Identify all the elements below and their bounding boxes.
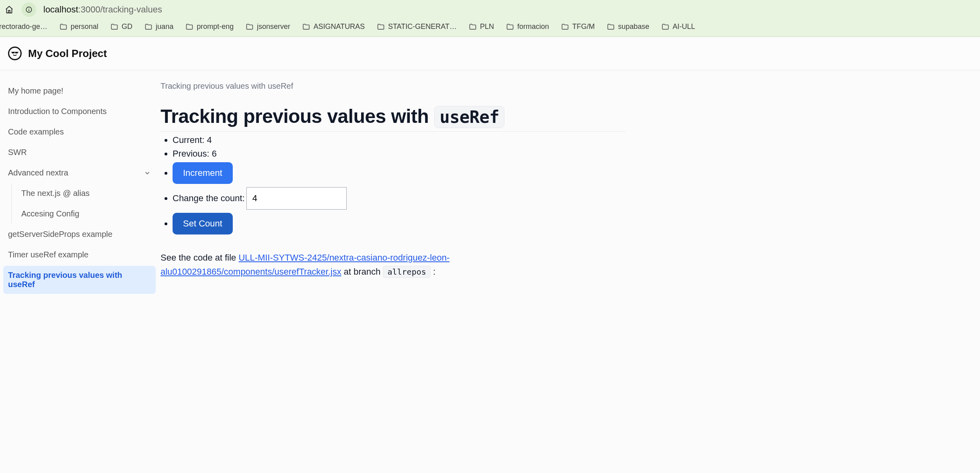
bookmark-label: ASIGNATURAS [313, 22, 365, 31]
increment-row: Increment [173, 162, 626, 184]
bookmark-label: GD [122, 22, 132, 31]
sidebar-item[interactable]: Advanced nextra [3, 163, 156, 182]
folder-icon [506, 23, 514, 31]
bookmark-label: supabase [618, 22, 649, 31]
set-count-row: Set Count [173, 213, 626, 234]
svg-point-2 [28, 8, 29, 9]
folder-icon [144, 23, 152, 31]
bookmark-label: PLN [480, 22, 494, 31]
sidebar-item-label: The next.js @ alias [21, 189, 89, 198]
folder-icon [561, 23, 569, 31]
site-info-icon[interactable] [22, 2, 36, 17]
bookmark-item[interactable]: ASIGNATURAS [302, 22, 365, 31]
sidebar-item[interactable]: Timer useRef example [3, 245, 156, 264]
demo-list: Current: 4 Previous: 6 Increment Change … [161, 135, 626, 234]
bookmark-item[interactable]: PLN [469, 22, 494, 31]
main-layout: My home page!Introduction to ComponentsC… [0, 70, 980, 307]
sidebar-item-label: getServerSideProps example [8, 230, 112, 239]
folder-icon [110, 23, 118, 31]
bookmark-item[interactable]: rectorado-ge… [0, 22, 47, 31]
bookmark-item[interactable]: TFG/M [561, 22, 595, 31]
bookmark-label: formacion [517, 22, 549, 31]
sidebar-item[interactable]: SWR [3, 143, 156, 162]
bookmark-label: rectorado-ge… [0, 22, 47, 31]
bookmark-label: personal [71, 22, 98, 31]
change-count-row: Change the count: [173, 187, 626, 210]
sidebar-item-label: Advanced nextra [8, 168, 68, 177]
breadcrumb: Tracking previous values with useRef [161, 82, 626, 91]
sidebar-item[interactable]: The next.js @ alias [13, 184, 156, 203]
url-text[interactable]: localhost:3000/tracking-values [43, 4, 162, 15]
see-code-prefix: See the code at file [161, 253, 238, 263]
bookmark-label: AI-ULL [673, 22, 695, 31]
current-row: Current: 4 [173, 135, 626, 145]
page-title-text: Tracking previous values with [161, 105, 429, 127]
previous-label: Previous: [173, 149, 209, 159]
sidebar-item[interactable]: Accesing Config [13, 204, 156, 223]
bookmark-label: prompt-eng [197, 22, 234, 31]
sidebar-item[interactable]: Introduction to Components [3, 102, 156, 121]
url-host: localhost [43, 4, 78, 14]
sidebar-item[interactable]: getServerSideProps example [3, 225, 156, 244]
bookmark-item[interactable]: GD [110, 22, 132, 31]
home-icon[interactable] [4, 4, 14, 15]
bookmark-label: TFG/M [572, 22, 595, 31]
sidebar-item-label: Accesing Config [21, 209, 79, 218]
sidebar-item-label: My home page! [8, 86, 63, 96]
see-code-tail: : [433, 267, 435, 277]
folder-icon [661, 23, 669, 31]
bookmark-item[interactable]: AI-ULL [661, 22, 695, 31]
bookmark-item[interactable]: juana [144, 22, 173, 31]
folder-icon [377, 23, 385, 31]
sidebar-item[interactable]: Tracking previous values with useRef [3, 266, 156, 294]
see-code-mid: at branch [344, 267, 383, 277]
sidebar-item[interactable]: My home page! [3, 82, 156, 100]
code-reference-paragraph: See the code at file ULL-MII-SYTWS-2425/… [161, 251, 626, 279]
current-label: Current: [173, 135, 204, 145]
bookmark-item[interactable]: formacion [506, 22, 549, 31]
bookmark-item[interactable]: prompt-eng [185, 22, 234, 31]
count-input[interactable] [246, 187, 347, 210]
sidebar-nav: My home page!Introduction to ComponentsC… [0, 70, 161, 307]
branch-code: allrepos [383, 266, 430, 278]
url-path: :3000/tracking-values [78, 4, 162, 14]
sidebar-item-label: Tracking previous values with useRef [8, 271, 151, 289]
bookmark-item[interactable]: STATIC-GENERAT… [377, 22, 457, 31]
increment-button[interactable]: Increment [173, 162, 233, 184]
sidebar-subnav: The next.js @ aliasAccesing Config [11, 184, 156, 223]
bookmark-label: STATIC-GENERAT… [388, 22, 457, 31]
bookmark-item[interactable]: supabase [607, 22, 649, 31]
set-count-button[interactable]: Set Count [173, 213, 233, 234]
address-bar-row: localhost:3000/tracking-values [0, 0, 980, 21]
page-title: Tracking previous values with useRef [161, 105, 626, 132]
project-title[interactable]: My Cool Project [28, 47, 107, 60]
current-value: 4 [207, 135, 212, 145]
previous-value: 6 [212, 149, 217, 159]
folder-icon [607, 23, 615, 31]
svg-rect-5 [11, 52, 18, 52]
previous-row: Previous: 6 [173, 149, 626, 159]
folder-icon [59, 23, 67, 31]
main-content: Tracking previous values with useRef Tra… [161, 70, 642, 307]
browser-chrome: localhost:3000/tracking-values rectorado… [0, 0, 980, 37]
sidebar-item[interactable]: Code examples [3, 122, 156, 141]
sidebar-item-label: Timer useRef example [8, 250, 88, 259]
sidebar-item-label: SWR [8, 148, 27, 157]
app-header: My Cool Project [0, 37, 980, 70]
bookmark-item[interactable]: personal [59, 22, 98, 31]
sidebar-item-label: Code examples [8, 127, 64, 137]
bookmark-label: jsonserver [257, 22, 290, 31]
bookmark-item[interactable]: jsonserver [246, 22, 290, 31]
folder-icon [185, 23, 193, 31]
page-title-code: useRef [434, 106, 504, 128]
bookmarks-bar: rectorado-ge…personalGDjuanaprompt-engjs… [0, 21, 980, 37]
chevron-down-icon [144, 169, 151, 177]
sidebar-item-label: Introduction to Components [8, 107, 107, 116]
folder-icon [302, 23, 310, 31]
bookmark-label: juana [156, 22, 173, 31]
folder-icon [246, 23, 254, 31]
folder-icon [469, 23, 477, 31]
change-count-label: Change the count: [173, 193, 245, 204]
cool-face-icon [8, 47, 22, 60]
